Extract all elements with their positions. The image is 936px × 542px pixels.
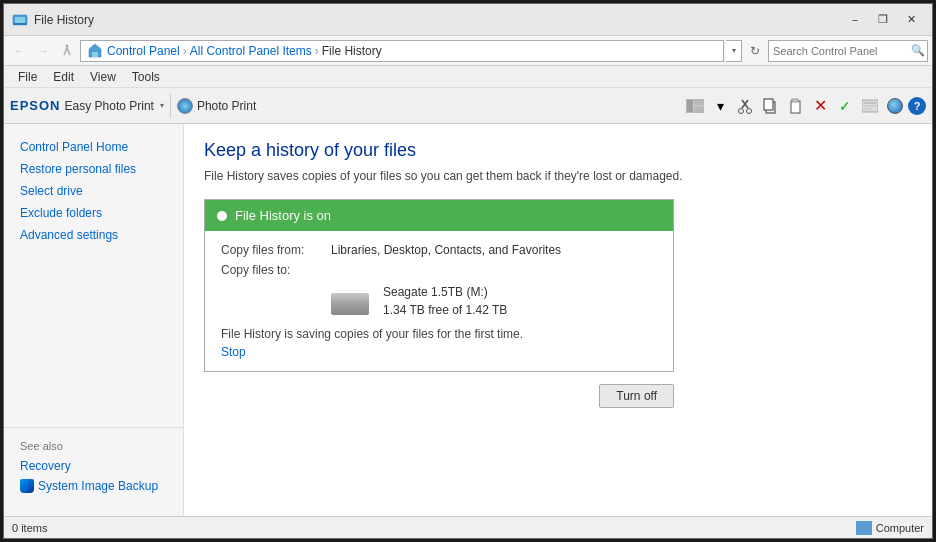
sidebar-advanced-settings[interactable]: Advanced settings	[4, 224, 183, 246]
menu-file[interactable]: File	[10, 67, 45, 87]
menu-bar: File Edit View Tools	[4, 66, 932, 88]
breadcrumb: Control Panel › All Control Panel Items …	[80, 40, 724, 62]
svg-rect-8	[694, 107, 703, 112]
sidebar: Control Panel Home Restore personal file…	[4, 124, 184, 516]
toolbar-separator	[170, 94, 171, 118]
saving-message: File History is saving copies of your fi…	[221, 327, 657, 341]
svg-rect-2	[13, 23, 27, 25]
svg-rect-1	[15, 17, 25, 23]
refresh-button[interactable]: ↻	[744, 40, 766, 62]
toolbar: EPSON Easy Photo Print ▾ Photo Print ▾	[4, 88, 932, 124]
window-title: File History	[34, 13, 842, 27]
breadcrumb-all-items[interactable]: All Control Panel Items	[190, 44, 312, 58]
svg-rect-15	[791, 101, 800, 113]
sidebar-restore-personal-files[interactable]: Restore personal files	[4, 158, 183, 180]
search-icon[interactable]: 🔍	[911, 44, 925, 57]
svg-point-11	[739, 108, 744, 113]
stop-link[interactable]: Stop	[221, 345, 246, 359]
drive-info-row: Seagate 1.5TB (M:) 1.34 TB free of 1.42 …	[331, 283, 657, 319]
sidebar-bottom: See also Recovery System Image Backup	[4, 427, 183, 504]
status-items: 0 items	[12, 522, 47, 534]
breadcrumb-current: File History	[322, 44, 382, 58]
drive-name: Seagate 1.5TB (M:)	[383, 283, 507, 301]
sidebar-control-panel-home[interactable]: Control Panel Home	[4, 136, 183, 158]
svg-point-3	[66, 44, 69, 47]
toolbar-right: ▾ ✕ ✓ ?	[683, 94, 926, 118]
menu-view[interactable]: View	[82, 67, 124, 87]
sidebar-nav: Control Panel Home Restore personal file…	[4, 136, 183, 427]
drive-free: 1.34 TB free of 1.42 TB	[383, 301, 507, 319]
status-label: File History is on	[235, 208, 331, 223]
page-subtitle: File History saves copies of your files …	[204, 169, 912, 183]
address-dropdown[interactable]: ▾	[726, 40, 742, 62]
status-indicator	[217, 211, 227, 221]
photo-print-label: Photo Print	[197, 99, 256, 113]
status-body: Copy files from: Libraries, Desktop, Con…	[205, 231, 673, 371]
computer-label: Computer	[876, 522, 924, 534]
globe-toolbar-button[interactable]	[883, 94, 907, 118]
status-header: File History is on	[205, 200, 673, 231]
status-bar: 0 items Computer	[4, 516, 932, 538]
computer-icon	[856, 521, 872, 535]
address-bar: ← → Control Panel › All Control Panel It…	[4, 36, 932, 66]
easy-photo-print-label: Easy Photo Print	[65, 99, 154, 113]
drive-icon-body	[331, 293, 369, 315]
copy-to-row: Copy files to:	[221, 263, 657, 277]
paste-button[interactable]	[783, 94, 807, 118]
drive-info: Seagate 1.5TB (M:) 1.34 TB free of 1.42 …	[383, 283, 507, 319]
sidebar-exclude-folders[interactable]: Exclude folders	[4, 202, 183, 224]
minimize-button[interactable]: −	[842, 10, 868, 30]
drive-icon	[331, 287, 371, 315]
status-right: Computer	[856, 521, 924, 535]
copy-button[interactable]	[758, 94, 782, 118]
sidebar-system-image-backup-link[interactable]: System Image Backup	[4, 476, 183, 496]
check-icon: ✓	[839, 98, 851, 114]
see-also-label: See also	[4, 436, 183, 456]
copy-to-label: Copy files to:	[221, 263, 331, 277]
menu-edit[interactable]: Edit	[45, 67, 82, 87]
svg-rect-4	[92, 52, 98, 57]
photo-print-button[interactable]: Photo Print	[177, 98, 256, 114]
delete-button[interactable]: ✕	[808, 94, 832, 118]
copy-from-row: Copy files from: Libraries, Desktop, Con…	[221, 243, 657, 257]
content-area: Keep a history of your files File Histor…	[184, 124, 932, 516]
svg-rect-7	[694, 100, 703, 105]
recovery-label: Recovery	[20, 459, 71, 473]
epson-logo: EPSON	[10, 98, 61, 113]
help-button[interactable]: ?	[908, 97, 926, 115]
dropdown-button[interactable]: ▾	[708, 94, 732, 118]
breadcrumb-control-panel[interactable]: Control Panel	[107, 44, 180, 58]
svg-rect-16	[792, 99, 798, 102]
turn-off-row: Turn off	[204, 384, 674, 408]
forward-button[interactable]: →	[32, 40, 54, 62]
page-title: Keep a history of your files	[204, 140, 912, 161]
window-controls: − ❐ ✕	[842, 10, 924, 30]
title-bar: File History − ❐ ✕	[4, 4, 932, 36]
check-button[interactable]: ✓	[833, 94, 857, 118]
up-button[interactable]	[56, 40, 78, 62]
globe-icon	[177, 98, 193, 114]
back-button[interactable]: ←	[8, 40, 30, 62]
menu-tools[interactable]: Tools	[124, 67, 168, 87]
delete-icon: ✕	[814, 96, 827, 115]
svg-rect-14	[764, 99, 773, 110]
system-image-backup-label: System Image Backup	[38, 479, 158, 493]
svg-rect-6	[687, 100, 693, 112]
svg-point-12	[747, 108, 752, 113]
turn-off-button[interactable]: Turn off	[599, 384, 674, 408]
sidebar-select-drive[interactable]: Select drive	[4, 180, 183, 202]
restore-button[interactable]: ❐	[870, 10, 896, 30]
easy-photo-dropdown-icon[interactable]: ▾	[160, 101, 164, 110]
epson-branding: EPSON Easy Photo Print ▾	[10, 98, 164, 113]
copy-from-value: Libraries, Desktop, Contacts, and Favori…	[331, 243, 561, 257]
layout-panel-button[interactable]	[683, 94, 707, 118]
sidebar-recovery-link[interactable]: Recovery	[4, 456, 183, 476]
search-bar: 🔍	[768, 40, 928, 62]
copy-from-label: Copy files from:	[221, 243, 331, 257]
search-input[interactable]	[773, 45, 911, 57]
properties-button[interactable]	[858, 94, 882, 118]
cut-button[interactable]	[733, 94, 757, 118]
close-button[interactable]: ✕	[898, 10, 924, 30]
window-icon	[12, 12, 28, 28]
shield-icon	[20, 479, 34, 493]
